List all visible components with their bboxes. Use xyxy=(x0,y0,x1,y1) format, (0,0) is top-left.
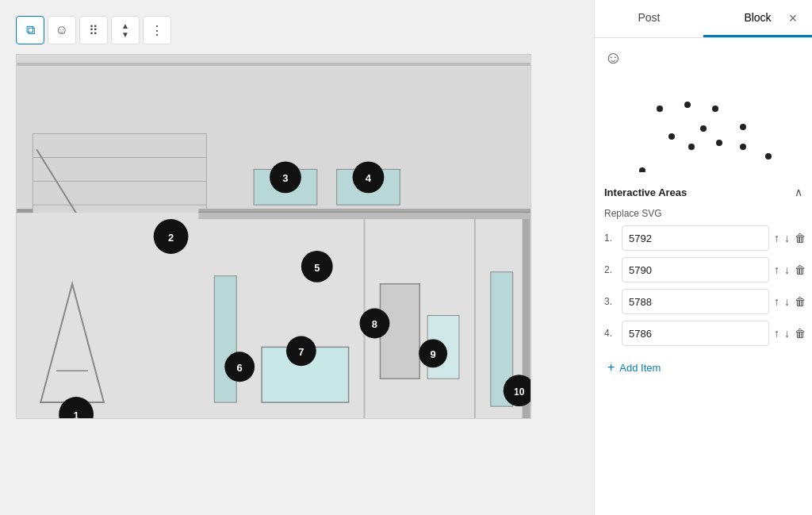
item-number-1: 1. xyxy=(604,233,617,244)
smiley-icon: ☺ xyxy=(56,23,68,37)
grid-icon: ⠿ xyxy=(89,23,98,38)
item-down-button-4[interactable]: ↓ xyxy=(784,322,790,344)
svg-point-56 xyxy=(712,106,718,112)
svg-text:5: 5 xyxy=(314,262,320,274)
item-input-1[interactable] xyxy=(622,225,769,251)
panel-smiley-icon: ☺ xyxy=(604,48,802,68)
svg-point-57 xyxy=(700,125,707,132)
items-list: 1. ↑ ↓ 🗑 2. ↑ ↓ 🗑 3. ↑ ↓ 🗑 xyxy=(604,225,802,346)
svg-text:4: 4 xyxy=(366,172,372,184)
smiley-button[interactable]: ☺ xyxy=(48,16,76,44)
chevron-up-icon[interactable]: ∧ xyxy=(795,186,802,198)
svg-text:9: 9 xyxy=(431,348,436,360)
image-container: 1 2 3 4 5 6 7 8 9 10 xyxy=(16,54,531,419)
item-number-3: 3. xyxy=(604,296,617,307)
item-up-button-4[interactable]: ↑ xyxy=(774,322,779,344)
editor-area: ⧉ ☺ ⠿ ▲ ▼ ⋮ xyxy=(0,0,594,515)
add-item-button[interactable]: + Add Item xyxy=(604,356,664,379)
copy-button[interactable]: ⧉ xyxy=(16,16,44,44)
panel-body: ☺ Interactive Areas ∧ Replace SVG xyxy=(595,38,812,515)
arrows-button[interactable]: ▲ ▼ xyxy=(111,16,140,44)
more-button[interactable]: ⋮ xyxy=(143,16,171,44)
svg-text:10: 10 xyxy=(514,386,525,398)
grid-button[interactable]: ⠿ xyxy=(79,16,108,44)
item-number-2: 2. xyxy=(604,264,617,275)
item-down-button-2[interactable]: ↓ xyxy=(784,259,790,281)
svg-point-62 xyxy=(740,124,746,130)
more-icon: ⋮ xyxy=(151,23,163,38)
svg-text:1: 1 xyxy=(73,409,79,418)
svg-point-60 xyxy=(716,140,722,146)
item-delete-button-1[interactable]: 🗑 xyxy=(795,227,806,249)
svg-point-63 xyxy=(765,153,772,159)
preview-svg xyxy=(620,85,787,172)
section-title: Interactive Areas xyxy=(604,186,687,198)
item-input-3[interactable] xyxy=(622,289,769,314)
plus-icon: + xyxy=(607,360,615,375)
item-input-4[interactable] xyxy=(622,321,769,346)
tab-post[interactable]: Post xyxy=(595,0,703,37)
item-input-2[interactable] xyxy=(622,257,769,282)
svg-point-64 xyxy=(639,167,645,172)
up-arrow-icon: ▲ xyxy=(121,22,129,30)
right-panel: Post Block × ☺ Interactive Areas xyxy=(594,0,812,515)
item-up-button-2[interactable]: ↑ xyxy=(774,259,779,281)
down-arrow-icon: ▼ xyxy=(121,31,129,39)
svg-text:7: 7 xyxy=(298,346,304,358)
svg-point-61 xyxy=(740,144,746,150)
svg-point-58 xyxy=(668,133,675,140)
svg-point-59 xyxy=(688,144,695,150)
svg-point-54 xyxy=(657,106,663,112)
close-button[interactable]: × xyxy=(783,10,802,29)
item-delete-button-2[interactable]: 🗑 xyxy=(795,259,806,281)
svg-text:6: 6 xyxy=(237,362,243,374)
svg-text:3: 3 xyxy=(282,172,288,184)
list-item: 4. ↑ ↓ 🗑 xyxy=(604,321,802,346)
add-item-label: Add Item xyxy=(619,362,661,374)
list-item: 1. ↑ ↓ 🗑 xyxy=(604,225,802,251)
toolbar: ⧉ ☺ ⠿ ▲ ▼ ⋮ xyxy=(16,16,578,44)
svg-rect-3 xyxy=(17,63,530,66)
item-number-4: 4. xyxy=(604,328,617,339)
replace-svg-label: Replace SVG xyxy=(604,208,802,219)
item-delete-button-4[interactable]: 🗑 xyxy=(795,322,806,344)
svg-text:2: 2 xyxy=(168,232,174,244)
svg-point-55 xyxy=(684,102,691,108)
svg-text:8: 8 xyxy=(372,318,377,330)
item-delete-button-3[interactable]: 🗑 xyxy=(795,290,806,313)
floor-plan-svg: 1 2 3 4 5 6 7 8 9 10 xyxy=(17,55,530,418)
item-down-button-3[interactable]: ↓ xyxy=(784,290,790,313)
panel-tabs: Post Block × xyxy=(595,0,812,38)
list-item: 3. ↑ ↓ 🗑 xyxy=(604,289,802,314)
interactive-areas-header: Interactive Areas ∧ xyxy=(604,186,802,198)
svg-preview xyxy=(604,81,802,176)
copy-icon: ⧉ xyxy=(26,23,35,37)
list-item: 2. ↑ ↓ 🗑 xyxy=(604,257,802,282)
item-up-button-3[interactable]: ↑ xyxy=(774,290,779,313)
item-up-button-1[interactable]: ↑ xyxy=(774,227,779,249)
svg-rect-25 xyxy=(214,276,236,402)
item-down-button-1[interactable]: ↓ xyxy=(784,227,790,249)
